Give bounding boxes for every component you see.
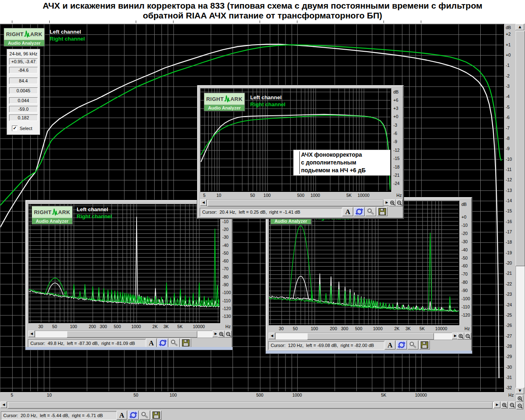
font-button[interactable]: A (385, 340, 395, 349)
arrow-right-icon: ▶ (386, 201, 388, 204)
main-hscrollbar-thumb[interactable] (8, 402, 493, 409)
axis-tick-label: -15 (393, 156, 399, 161)
refresh-button[interactable] (354, 207, 365, 216)
axis-tick-label: -70 (222, 266, 228, 271)
font-button[interactable]: A (146, 338, 157, 347)
zoom-out-button[interactable] (464, 333, 471, 340)
left-channel-curve-spike (429, 301, 431, 309)
zoom-tool-button[interactable] (169, 338, 180, 347)
axis-tick-label: 10 (212, 193, 226, 198)
value-imd[interactable]: 0.182 (9, 114, 38, 121)
main-vzoom-in-button[interactable] (516, 395, 523, 402)
main-y-axis: dB+2+1+0-1-2-3-4-5-6-7-8-9-10-11-12-13-1… (504, 24, 515, 392)
refresh-icon (159, 339, 167, 347)
window-imd-spectrum[interactable]: dB+0-10-20-30-40-50-60-70-80-90-100-110-… (266, 197, 472, 354)
axis-tick-label: -5 (506, 105, 509, 110)
hscrollbar-thumb[interactable] (307, 333, 434, 340)
axis-tick-label: 3K (401, 326, 415, 331)
value-thd-noise[interactable]: 0.044 (9, 97, 38, 104)
refresh-button[interactable] (158, 338, 168, 347)
font-button[interactable]: A (116, 411, 127, 420)
cursor-readout: Cursor: 120 Hz, left = -69.08 dB, right … (268, 341, 384, 350)
value-frequency-response[interactable]: +0.95, -3.47 (9, 58, 38, 65)
legend-left-channel: Left channel (50, 29, 81, 35)
axis-tick-label: +3 (393, 106, 398, 111)
main-hzoom-out-button[interactable] (509, 402, 516, 409)
axis-tick-label: -120 (461, 313, 470, 317)
main-hzoom-in-button[interactable] (501, 402, 508, 409)
save-button[interactable] (180, 338, 191, 347)
scroll-left-button[interactable]: ◀ (0, 402, 7, 408)
zoom-in-button[interactable] (389, 199, 396, 206)
value-noise-level[interactable]: -84.6 (9, 67, 38, 73)
axis-tick-label: -29 (506, 354, 512, 359)
axis-tick-label: 50 (288, 326, 302, 331)
magnifier-icon (409, 341, 417, 349)
imd-y-axis: dB+0-10-20-30-40-50-60-70-80-90-100-110-… (460, 201, 471, 325)
save-button[interactable] (419, 340, 430, 349)
waveform-icon (24, 30, 30, 39)
right-channel-curve-spike (449, 297, 451, 310)
axis-tick-label: 3K (159, 324, 173, 329)
window-bottom-edge (266, 351, 472, 354)
legend-right-channel: Right channel (77, 213, 112, 219)
refresh-button[interactable] (128, 411, 139, 420)
axis-tick-label: +2 (506, 32, 511, 37)
annotation-box[interactable]: АЧХ фонокорректора с дополнительным подь… (293, 150, 390, 176)
save-button[interactable] (377, 207, 388, 216)
value-crosstalk[interactable]: -59.0 (9, 106, 38, 112)
zoom-out-icon (509, 402, 515, 408)
axis-tick-label: 1000 (308, 193, 322, 198)
scroll-left-button[interactable]: ◀ (200, 199, 207, 206)
axis-tick-label: -30 (461, 239, 468, 244)
value-thd[interactable]: 0.0045 (9, 87, 38, 94)
zoom-in-button[interactable] (218, 331, 225, 338)
axis-tick-label: 10 (42, 393, 56, 397)
save-icon (182, 339, 190, 347)
zoom-out-button[interactable] (225, 331, 232, 338)
axis-tick-label: -10 (461, 223, 468, 228)
logo-subtitle: Audio Analyzer (204, 105, 244, 111)
select-checkbox[interactable]: ✓ (12, 126, 18, 131)
waveform-icon (52, 208, 58, 217)
scroll-up-button[interactable]: ▲ (516, 24, 524, 30)
y-axis-unit: dB (461, 202, 467, 207)
hscrollbar-thumb[interactable] (208, 200, 383, 206)
zoom-out-button[interactable] (396, 199, 403, 206)
right-channel-curve-spike (182, 299, 184, 305)
logo-brand-right: ARK (231, 96, 243, 102)
scroll-right-button[interactable]: ▶ (494, 402, 500, 408)
right-channel-curve-spike (354, 295, 356, 306)
scroll-left-button[interactable]: ◀ (269, 333, 275, 339)
right-channel-curve-spike (392, 304, 394, 309)
axis-tick-label: +0 (461, 215, 466, 219)
axis-tick-label: -3 (393, 123, 397, 128)
font-icon: A (147, 339, 155, 347)
axis-tick-label: -40 (222, 243, 228, 248)
window-frequency-response-inset[interactable]: dB+6+3+0-3-6-9-12-15-18-21-24 5105010050… (197, 85, 404, 219)
refresh-button[interactable] (396, 340, 407, 349)
zoom-tool-button[interactable] (139, 411, 150, 420)
scroll-left-button[interactable]: ◀ (28, 331, 35, 337)
axis-tick-label: -19 (506, 250, 512, 255)
zoom-in-icon (219, 331, 224, 337)
save-button[interactable] (151, 411, 162, 420)
zoom-in-button[interactable] (457, 333, 464, 340)
zoom-tool-button[interactable] (365, 207, 376, 216)
zoom-tool-button[interactable] (408, 340, 418, 349)
waveform-icon (224, 94, 230, 103)
main-vzoom-out-button[interactable] (516, 402, 523, 409)
scroll-down-button[interactable]: ▼ (516, 388, 524, 394)
font-button[interactable]: A (342, 207, 353, 216)
value-dynamic-range[interactable]: 84.4 (9, 78, 38, 84)
axis-tick-label: -80 (461, 280, 468, 285)
logo-brand-left: RIGHT (34, 209, 52, 215)
logo-brand-right: ARK (30, 31, 43, 37)
hscrollbar-thumb[interactable] (67, 331, 197, 338)
axis-tick-label: -23 (506, 292, 512, 297)
zoom-in-icon (458, 333, 464, 339)
top-frequency-ticks (0, 0, 504, 24)
window-thd-spectrum[interactable]: dB-10-20-30-40-50-60-70-80-90-100-110-12… (25, 200, 233, 350)
select-checkbox-label: Select (20, 126, 32, 131)
main-vscrollbar-thumb[interactable] (516, 31, 525, 266)
